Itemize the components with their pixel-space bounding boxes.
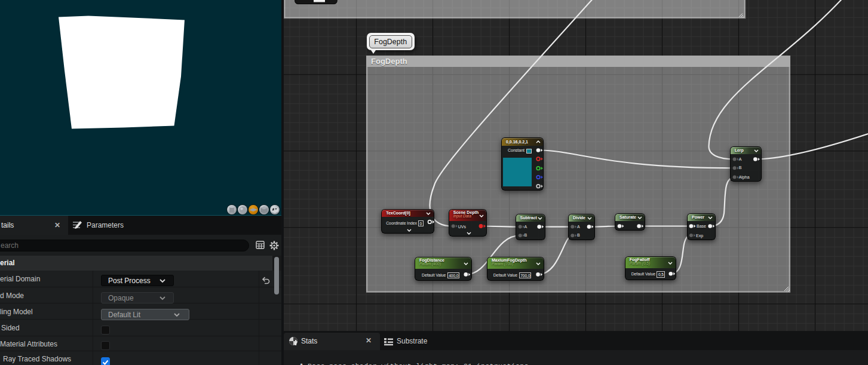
svg-text:FogDepth: FogDepth (371, 57, 407, 66)
